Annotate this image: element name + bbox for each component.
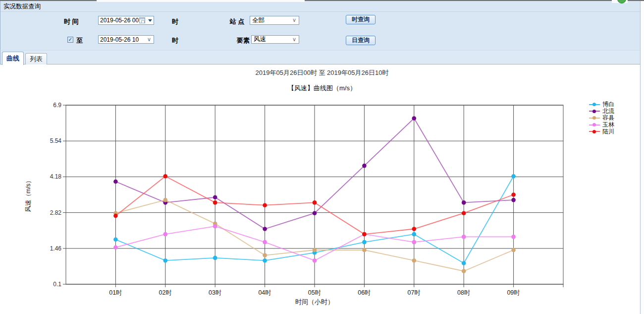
calendar-icon[interactable] <box>139 17 145 23</box>
hour-suffix-label: 时 <box>172 36 178 45</box>
station-value: 全部 <box>252 16 265 25</box>
svg-text:08时: 08时 <box>457 289 470 296</box>
legend-line-icon <box>589 125 600 126</box>
start-time-value: 2019-05-26 00 <box>100 17 139 24</box>
svg-text:5.54: 5.54 <box>50 137 62 144</box>
svg-text:03时: 03时 <box>209 289 221 296</box>
legend-label: 陆川 <box>602 127 614 136</box>
tab-curve[interactable]: 曲线 <box>2 52 24 65</box>
panel-right-edge <box>640 1 644 314</box>
station-select[interactable]: 全部 ∨ <box>250 16 299 25</box>
y-axis-title: 风速（m/s） <box>25 177 32 212</box>
chevron-down-icon[interactable]: ∨ <box>292 36 296 43</box>
wind-speed-chart: 6.95.544.182.821.460.101时02时03时04时05时06时… <box>0 64 644 314</box>
day-query-button[interactable]: 日查询 <box>346 36 376 45</box>
legend-line-icon <box>589 104 600 105</box>
svg-text:1.46: 1.46 <box>50 245 62 252</box>
date-dropdown-arrow-icon[interactable] <box>148 19 152 22</box>
tab-strip: 曲线 列表 <box>0 50 640 64</box>
svg-text:4.18: 4.18 <box>50 173 62 180</box>
hour-suffix-label: 时 <box>172 17 178 26</box>
divider <box>0 11 640 12</box>
svg-text:07时: 07时 <box>408 289 421 296</box>
hour-query-button[interactable]: 时查询 <box>346 15 376 24</box>
element-select[interactable]: 风速 ∨ <box>251 35 299 44</box>
legend-item: 陆川 <box>589 128 614 135</box>
chevron-down-icon[interactable]: ∨ <box>147 36 151 43</box>
svg-text:01时: 01时 <box>109 289 122 296</box>
svg-text:2.82: 2.82 <box>50 209 62 216</box>
panel-title: 实况数据查询 <box>3 2 41 11</box>
chart-legend: 博白北流容县玉林陆川 <box>589 101 614 135</box>
end-time-value: 2019-05-26 10 <box>100 36 139 43</box>
chart-panel: 2019年05月26日00时 至 2019年05月26日10时 【风速】曲线图（… <box>0 64 644 314</box>
check-icon: ✓ <box>68 37 72 42</box>
query-panel: 实况数据查询 时 间 2019-05-26 00 时 站 点 全部 ∨ 时查询 … <box>0 1 640 50</box>
start-time-input[interactable]: 2019-05-26 00 <box>98 16 154 25</box>
legend-line-icon <box>589 111 600 112</box>
end-time-input[interactable]: 2019-05-26 10 ∨ <box>98 35 154 44</box>
svg-text:6.9: 6.9 <box>53 102 61 109</box>
svg-text:04时: 04时 <box>258 289 271 296</box>
time-label: 时 间 <box>64 17 79 26</box>
station-label: 站 点 <box>230 17 245 26</box>
to-checkbox[interactable]: ✓ <box>67 37 73 43</box>
legend-line-icon <box>589 118 600 119</box>
svg-text:06时: 06时 <box>358 289 371 296</box>
x-axis-title: 时间（小时） <box>295 298 334 306</box>
svg-text:05时: 05时 <box>308 289 321 296</box>
svg-text:02时: 02时 <box>159 289 172 296</box>
legend-line-icon <box>589 131 600 132</box>
svg-text:09时: 09时 <box>507 289 520 296</box>
svg-text:0.1: 0.1 <box>53 281 61 288</box>
chrome-notch <box>97 0 305 2</box>
element-label: 要素 <box>237 36 250 45</box>
element-value: 风速 <box>254 35 266 44</box>
tab-list[interactable]: 列表 <box>25 53 47 65</box>
chevron-down-icon[interactable]: ∨ <box>292 17 296 23</box>
window-chrome <box>0 0 644 3</box>
to-label: 至 <box>76 36 83 45</box>
